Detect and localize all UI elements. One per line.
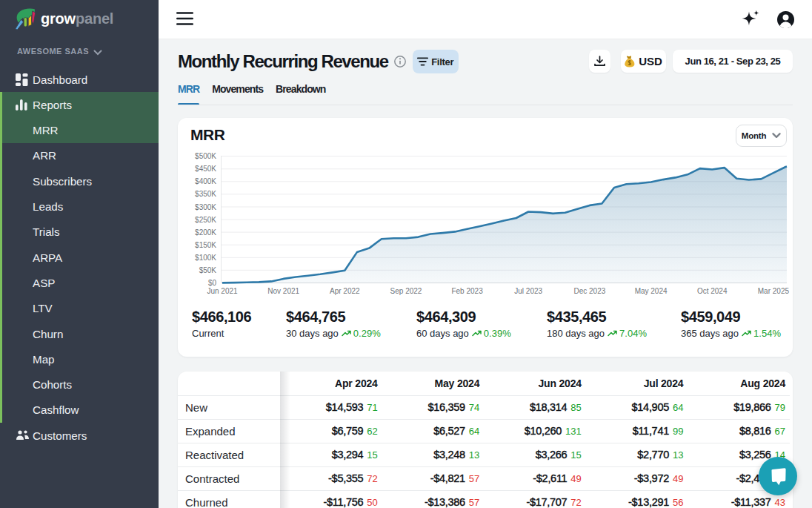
- svg-text:$100K: $100K: [195, 254, 216, 262]
- svg-text:$400K: $400K: [195, 177, 216, 185]
- svg-text:Mar 2025: Mar 2025: [758, 287, 790, 295]
- svg-text:May 2024: May 2024: [635, 287, 668, 295]
- svg-text:Jul 2023: Jul 2023: [514, 287, 542, 295]
- svg-text:Feb 2023: Feb 2023: [451, 287, 483, 295]
- svg-text:$0: $0: [208, 279, 217, 287]
- svg-text:$300K: $300K: [195, 203, 216, 211]
- svg-text:$500K: $500K: [195, 152, 216, 160]
- svg-text:$150K: $150K: [195, 241, 216, 249]
- svg-text:$450K: $450K: [195, 165, 216, 173]
- svg-text:Nov 2021: Nov 2021: [267, 287, 299, 295]
- svg-text:Jun 2021: Jun 2021: [207, 287, 238, 295]
- svg-text:$50K: $50K: [199, 266, 217, 274]
- svg-text:$200K: $200K: [195, 228, 216, 237]
- svg-text:Dec 2023: Dec 2023: [573, 287, 605, 295]
- svg-text:$250K: $250K: [195, 216, 216, 224]
- svg-text:$350K: $350K: [195, 190, 216, 198]
- svg-text:Apr 2022: Apr 2022: [330, 287, 360, 295]
- svg-text:Oct 2024: Oct 2024: [697, 287, 728, 295]
- svg-text:Sep 2022: Sep 2022: [390, 287, 422, 295]
